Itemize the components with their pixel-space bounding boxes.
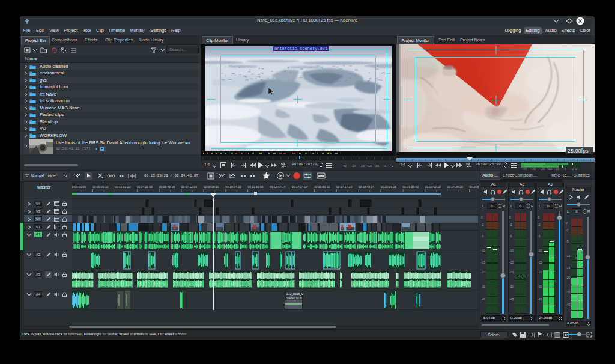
svg-text:00:23:02:10: 00:23:02:10 — [425, 185, 441, 189]
svg-text:00:18:43:04: 00:18:43:04 — [359, 185, 375, 189]
svg-text:00:01:26:10: 00:01:26:10 — [92, 185, 109, 189]
svg-text:00:10:04:20: 00:10:04:20 — [225, 185, 241, 189]
svg-text:00:25:55:04: 00:25:55:04 — [469, 185, 479, 189]
svg-text:00:00:00:00: 00:00:00:00 — [72, 185, 86, 189]
svg-text:00:05:45:15: 00:05:45:15 — [159, 185, 175, 189]
svg-text:00:14:24:00: 00:14:24:00 — [292, 185, 308, 189]
svg-text:00:17:17:20: 00:17:17:20 — [336, 185, 353, 189]
svg-text:00:02:52:20: 00:02:52:20 — [115, 185, 131, 189]
svg-text:00:24:28:20: 00:24:28:20 — [447, 185, 463, 189]
svg-text:00:08:38:10: 00:08:38:10 — [203, 185, 219, 189]
svg-text:00:15:50:10: 00:15:50:10 — [314, 185, 330, 189]
svg-text:00:11:31:05: 00:11:31:05 — [247, 185, 263, 189]
svg-text:00:04:19:05: 00:04:19:05 — [137, 185, 153, 189]
svg-text:00:20:09:15: 00:20:09:15 — [381, 185, 397, 189]
svg-text:00:07:12:00: 00:07:12:00 — [181, 185, 198, 189]
svg-text:25.00fps: 25.00fps — [568, 148, 589, 154]
svg-text:00:21:36:00: 00:21:36:00 — [403, 185, 419, 189]
svg-text:372_8616_0: 372_8616_0 — [286, 292, 303, 296]
svg-text:Stereo to m: Stereo to m — [286, 296, 302, 300]
svg-text:00:12:57:14: 00:12:57:14 — [270, 185, 286, 189]
